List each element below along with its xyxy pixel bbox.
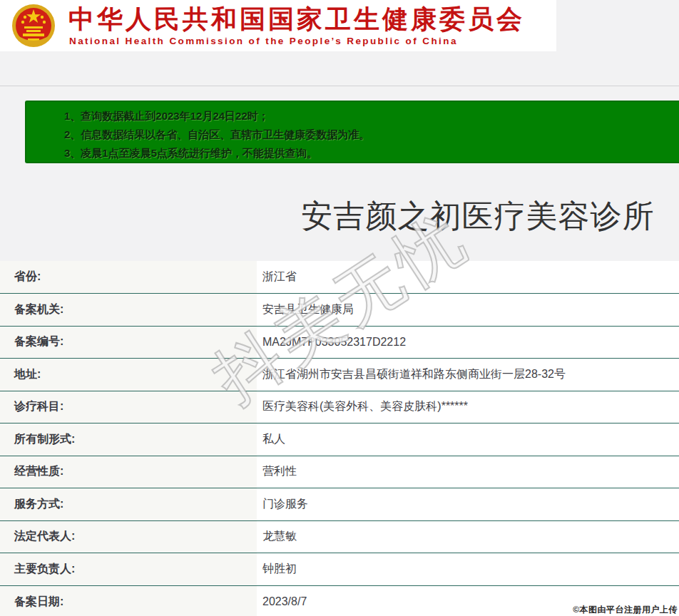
field-value: 龙慧敏	[257, 520, 679, 553]
notice-line-2: 2、信息数据结果以各省、自治区、直辖市卫生健康委数据为准。	[64, 125, 679, 144]
field-label: 备案日期:	[0, 585, 257, 616]
table-row: 备案编号: MA2JM7P033052317D2212	[0, 326, 679, 359]
image-credit: ©本图由平台注册用户上传	[573, 604, 678, 616]
field-label: 诊疗科目:	[0, 391, 257, 423]
table-row: 主要负责人: 钟胜初	[0, 553, 679, 586]
field-label: 省份:	[0, 261, 257, 294]
table-row: 诊疗科目: 医疗美容科(美容外科、美容皮肤科)******	[0, 391, 679, 423]
notice-box: 1、查询数据截止到2023年12月24日22时； 2、信息数据结果以各省、自治区…	[25, 101, 679, 163]
table-row: 经营性质: 营利性	[0, 456, 679, 488]
field-value: MA2JM7P033052317D2212	[257, 326, 679, 359]
field-label: 服务方式:	[0, 488, 257, 521]
table-row: 备案机关: 安吉县卫生健康局	[0, 294, 679, 327]
field-value: 安吉县卫生健康局	[257, 294, 679, 327]
page: 中华人民共和国国家卫生健康委员会 National Health Commiss…	[0, 0, 679, 616]
site-title: 中华人民共和国国家卫生健康委员会	[68, 2, 525, 37]
field-value: 钟胜初	[257, 553, 679, 586]
field-value: 浙江省	[257, 261, 679, 294]
field-label: 法定代表人:	[0, 520, 257, 553]
notice-line-3: 3、凌晨1点至凌晨5点系统进行维护，不能提供查询。	[64, 144, 679, 163]
field-value: 医疗美容科(美容外科、美容皮肤科)******	[257, 391, 679, 423]
table-row: 法定代表人: 龙慧敏	[0, 520, 679, 553]
table-row: 服务方式: 门诊服务	[0, 488, 679, 521]
field-label: 主要负责人:	[0, 553, 257, 586]
field-label: 所有制形式:	[0, 423, 257, 456]
record-table: 省份: 浙江省 备案机关: 安吉县卫生健康局 备案编号: MA2JM7P0330…	[0, 261, 679, 616]
field-label: 备案机关:	[0, 294, 257, 327]
field-label: 经营性质:	[0, 456, 257, 488]
masthead: 中华人民共和国国家卫生健康委员会 National Health Commiss…	[0, 0, 556, 51]
field-label: 备案编号:	[0, 326, 257, 359]
field-label: 地址:	[0, 359, 257, 391]
table-row: 所有制形式: 私人	[0, 423, 679, 456]
header-divider	[0, 86, 679, 86]
notice-line-1: 1、查询数据截止到2023年12月24日22时；	[64, 107, 679, 125]
table-row: 地址: 浙江省湖州市安吉县昌硕街道祥和路东侧商业街一层28-32号	[0, 359, 679, 391]
site-subtitle: National Health Commission of the People…	[69, 36, 458, 46]
national-emblem-icon	[6, 3, 61, 48]
field-value: 浙江省湖州市安吉县昌硕街道祥和路东侧商业街一层28-32号	[257, 359, 679, 391]
facility-title: 安吉颜之初医疗美容诊所	[0, 195, 679, 237]
table-row: 省份: 浙江省	[0, 261, 679, 294]
field-value: 门诊服务	[257, 488, 679, 521]
field-value: 营利性	[257, 456, 679, 488]
field-value: 私人	[257, 423, 679, 456]
